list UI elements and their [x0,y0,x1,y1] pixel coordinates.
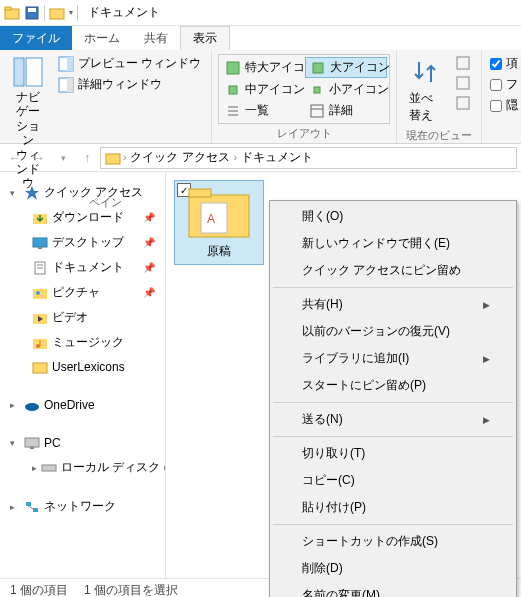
svg-rect-23 [106,154,120,164]
titlebar-divider [77,5,78,21]
tab-share[interactable]: 共有 [132,26,180,50]
svg-text:A: A [207,212,215,226]
svg-rect-14 [314,87,320,93]
window-title: ドキュメント [88,4,160,21]
option-check-2[interactable]: フ [488,75,520,94]
menu-open[interactable]: 開く(O) [272,203,514,230]
menu-paste[interactable]: 貼り付け(P) [272,494,514,521]
nav-local-disk[interactable]: ▸ローカル ディスク (C [4,455,161,480]
menu-cut[interactable]: 切り取り(T) [272,440,514,467]
folder-icon: A [187,185,251,239]
sort-opt-1[interactable] [451,54,475,72]
menu-send-to[interactable]: 送る(N)▶ [272,406,514,433]
crumb-documents[interactable]: ドキュメント [239,149,315,166]
ribbon-group-sort: 並べ替え 現在のビュー [397,50,482,143]
sort-button[interactable]: 並べ替え [403,54,447,126]
layout-xl-icons[interactable]: 特大アイコン [221,57,303,78]
nav-music[interactable]: ミュージック [4,330,161,355]
breadcrumb[interactable]: › クイック アクセス › ドキュメント [100,147,517,169]
submenu-arrow-icon: ▶ [483,354,490,364]
svg-rect-6 [26,58,42,86]
layout-details[interactable]: 詳細 [305,101,387,120]
menu-open-new-window[interactable]: 新しいウィンドウで開く(E) [272,230,514,257]
ribbon-group-sort-label: 現在のビュー [403,126,475,143]
ribbon-group-pane: ナビゲーション ウィンドウ プレビュー ウィンドウ 詳細ウィンドウ ペイン [0,50,212,143]
tab-file[interactable]: ファイル [0,26,72,50]
layout-small-icons[interactable]: 小アイコン [305,80,387,99]
nav-documents[interactable]: ドキュメント📌 [4,255,161,280]
nav-pc[interactable]: ▾PC [4,431,161,455]
pin-icon: 📌 [143,212,155,223]
option-check-1[interactable]: 項 [488,54,520,73]
menu-separator [273,436,513,437]
nav-videos[interactable]: ビデオ [4,305,161,330]
menu-add-library[interactable]: ライブラリに追加(I)▶ [272,345,514,372]
pin-icon: 📌 [143,287,155,298]
menu-pin-start[interactable]: スタートにピン留め(P) [272,372,514,399]
svg-rect-42 [42,465,56,471]
svg-marker-24 [25,186,39,200]
layout-grid: 特大アイコン 大アイコン 中アイコン 小アイコン 一覧 詳細 [218,54,390,124]
dropdown-arrow-icon[interactable]: ▾ [69,8,73,17]
layout-large-icons[interactable]: 大アイコン [305,57,387,78]
preview-window-button[interactable]: プレビュー ウィンドウ [54,54,205,73]
svg-rect-26 [33,238,47,247]
back-button[interactable]: ← [4,147,26,169]
pin-icon: 📌 [143,237,155,248]
folder-open-icon[interactable] [49,5,65,21]
nav-download[interactable]: ダウンロード📌 [4,205,161,230]
preview-window-label: プレビュー ウィンドウ [78,55,201,72]
menu-pin-quick-access[interactable]: クイック アクセスにピン留め [272,257,514,284]
folder-item[interactable]: ✓ A 原稿 [174,180,264,265]
status-item-count: 1 個の項目 [10,582,68,597]
menu-create-shortcut[interactable]: ショートカットの作成(S) [272,528,514,555]
svg-rect-44 [33,508,38,512]
layout-medium-icons[interactable]: 中アイコン [221,80,303,99]
titlebar: ▾ ドキュメント [0,0,521,26]
submenu-arrow-icon: ▶ [483,415,490,425]
recent-button[interactable]: ▾ [52,147,74,169]
navigation-pane: ▾クイック アクセス ダウンロード📌 デスクトップ📌 ドキュメント📌 ピクチャ📌… [0,172,166,578]
chevron-right-icon[interactable]: › [123,152,126,163]
menu-share[interactable]: 共有(H)▶ [272,291,514,318]
nav-onedrive[interactable]: ▸OneDrive [4,393,161,417]
nav-network[interactable]: ▸ネットワーク [4,494,161,519]
sort-opt-2[interactable] [451,74,475,92]
svg-rect-4 [50,9,64,19]
details-window-button[interactable]: 詳細ウィンドウ [54,75,205,94]
svg-rect-27 [38,247,42,249]
pin-icon: 📌 [143,262,155,273]
save-icon[interactable] [24,5,40,21]
layout-list[interactable]: 一覧 [221,101,303,120]
svg-rect-13 [229,86,237,94]
tab-view[interactable]: 表示 [180,26,230,50]
menu-restore-version[interactable]: 以前のバージョンの復元(V) [272,318,514,345]
context-menu: 開く(O) 新しいウィンドウで開く(E) クイック アクセスにピン留め 共有(H… [269,200,517,597]
tab-home[interactable]: ホーム [72,26,132,50]
svg-rect-38 [33,363,47,373]
svg-rect-3 [28,8,36,12]
nav-userlexicons[interactable]: UserLexicons [4,355,161,379]
sort-opt-3[interactable] [451,94,475,112]
svg-rect-41 [30,447,34,449]
nav-pictures[interactable]: ピクチャ📌 [4,280,161,305]
forward-button[interactable]: → [28,147,50,169]
nav-desktop[interactable]: デスクトップ📌 [4,230,161,255]
nav-quick-access[interactable]: ▾クイック アクセス [4,180,161,205]
menu-rename[interactable]: 名前の変更(M) [272,582,514,597]
option-check-3[interactable]: 隠 [488,96,520,115]
menu-copy[interactable]: コピー(C) [272,467,514,494]
ribbon-group-layout: 特大アイコン 大アイコン 中アイコン 小アイコン 一覧 詳細 レイアウト [212,50,397,143]
chevron-right-icon[interactable]: › [234,152,237,163]
up-button[interactable]: ↑ [76,147,98,169]
svg-rect-18 [311,105,323,117]
ribbon-group-options: 項 フ 隠 [482,50,521,143]
svg-rect-43 [26,502,31,506]
svg-rect-5 [14,58,24,86]
svg-rect-40 [25,438,39,447]
crumb-quick-access[interactable]: クイック アクセス [128,149,231,166]
menu-delete[interactable]: 削除(D) [272,555,514,582]
svg-rect-1 [5,7,11,10]
svg-point-32 [36,291,40,295]
sort-label: 並べ替え [409,90,441,124]
